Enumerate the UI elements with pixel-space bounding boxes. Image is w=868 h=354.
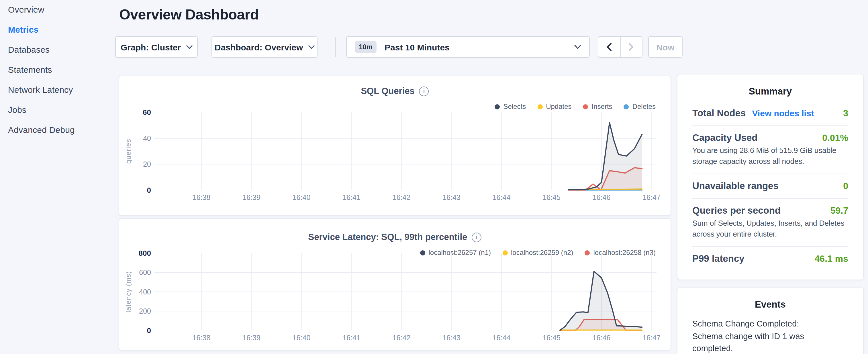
x-tick-label: 16:43 (442, 334, 461, 342)
x-tick-label: 16:40 (292, 193, 311, 201)
summary-item-label: Capacity Used (692, 132, 757, 143)
y-tick-label: 400 (139, 288, 151, 296)
x-tick-label: 16:43 (442, 193, 461, 201)
chevron-left-icon (607, 43, 612, 51)
x-tick-label: 16:44 (493, 193, 510, 201)
x-tick-label: 16:41 (342, 334, 361, 342)
summary-item-label: Unavailable ranges (692, 181, 779, 191)
summary-item-value: 3 (843, 108, 848, 119)
y-tick-label: 0 (147, 186, 151, 194)
app-root: OverviewMetricsDatabasesStatementsNetwor… (0, 0, 868, 354)
events-panel: Events Schema Change Completed: Schema c… (677, 287, 864, 354)
x-tick-label: 16:46 (593, 334, 611, 342)
summary-item-description: Sum of Selects, Updates, Inserts, and De… (692, 218, 848, 239)
y-tick-label: 40 (143, 134, 151, 142)
sidebar-item-advanced-debug[interactable]: Advanced Debug (8, 124, 111, 136)
x-tick-label: 16:46 (593, 193, 611, 201)
controls-divider (335, 37, 336, 57)
sidebar-item-statements[interactable]: Statements (8, 64, 111, 75)
sidebar-item-databases[interactable]: Databases (8, 43, 111, 56)
x-tick-label: 16:47 (643, 334, 660, 342)
service-latency-chart-card: Service Latency: SQL, 99th percentile i … (119, 218, 671, 351)
x-tick-label: 16:39 (242, 334, 260, 342)
event-message: Schema Change Completed: Schema change w… (692, 318, 828, 354)
summary-item: Capacity Used0.01%You are using 28.6 MiB… (692, 126, 848, 174)
time-range-badge: 10m (355, 41, 376, 53)
dashboard-dropdown[interactable]: Dashboard: Overview (212, 36, 317, 58)
y-axis-unit-label: latency (ms) (124, 271, 132, 313)
chevron-right-icon (629, 43, 634, 51)
x-tick-label: 16:42 (393, 193, 411, 201)
x-tick-label: 16:44 (493, 334, 510, 342)
y-tick-label: 600 (139, 268, 151, 277)
summary-item-value: 0 (843, 181, 848, 191)
sql-queries-plot: 020406016:3816:3916:4016:4116:4216:4316:… (119, 76, 672, 217)
y-axis-unit-label: queries (124, 139, 132, 164)
time-step-buttons (598, 36, 643, 58)
sidebar-item-network-latency[interactable]: Network Latency (8, 84, 111, 96)
now-button[interactable]: Now (648, 36, 683, 58)
time-range-selector[interactable]: 10m Past 10 Minutes (346, 36, 590, 58)
summary-item: Total NodesView nodes list3 (692, 101, 848, 126)
y-tick-label: 20 (143, 160, 151, 168)
summary-item-value: 59.7 (831, 206, 848, 216)
y-tick-label: 200 (139, 307, 151, 315)
prev-interval-button[interactable] (598, 37, 620, 57)
summary-item-label: Total Nodes (692, 108, 746, 119)
summary-item: Unavailable ranges0 (692, 174, 848, 199)
y-tick-label: 800 (139, 249, 151, 257)
summary-item-value: 0.01% (822, 133, 848, 143)
x-tick-label: 16:42 (393, 334, 411, 342)
summary-item-value: 46.1 ms (815, 254, 848, 264)
x-tick-label: 16:45 (542, 193, 560, 201)
chevron-down-icon (574, 45, 581, 49)
series-area-localhost-26257-n1- (560, 271, 642, 330)
now-button-label: Now (656, 42, 674, 52)
sql-queries-chart-card: SQL Queries i SelectsUpdatesInsertsDelet… (119, 75, 671, 216)
view-nodes-list-link[interactable]: View nodes list (752, 108, 814, 118)
sidebar-item-metrics[interactable]: Metrics (8, 24, 111, 35)
summary-item-label: Queries per second (692, 205, 781, 216)
x-tick-label: 16:47 (643, 193, 660, 201)
x-tick-label: 16:41 (342, 193, 361, 201)
y-tick-label: 0 (147, 326, 151, 335)
y-tick-label: 60 (143, 108, 151, 117)
chevron-down-icon (308, 45, 314, 49)
time-range-label: Past 10 Minutes (384, 42, 450, 52)
next-interval-button[interactable] (620, 37, 642, 57)
sidebar-item-overview[interactable]: Overview (8, 3, 111, 15)
sidebar-nav: OverviewMetricsDatabasesStatementsNetwor… (8, 3, 111, 144)
page-title: Overview Dashboard (119, 6, 259, 23)
x-tick-label: 16:38 (192, 334, 211, 342)
x-tick-label: 16:38 (192, 193, 211, 201)
summary-title: Summary (692, 86, 848, 97)
summary-panel: Summary Total NodesView nodes list3Capac… (677, 74, 864, 280)
graph-dropdown-label: Graph: Cluster (121, 42, 181, 52)
summary-item-description: You are using 28.6 MiB of 515.9 GiB usab… (692, 146, 848, 167)
summary-item-label: P99 latency (692, 253, 744, 264)
x-tick-label: 16:45 (542, 334, 560, 342)
chevron-down-icon (186, 45, 192, 49)
graph-dropdown[interactable]: Graph: Cluster (115, 36, 198, 58)
x-tick-label: 16:40 (292, 334, 311, 342)
dashboard-dropdown-label: Dashboard: Overview (215, 42, 303, 52)
summary-item: P99 latency46.1 ms (692, 247, 848, 271)
summary-item: Queries per second59.7Sum of Selects, Up… (692, 199, 848, 247)
sidebar-item-jobs[interactable]: Jobs (8, 104, 111, 116)
service-latency-plot: 020040060080016:3816:3916:4016:4116:4216… (119, 219, 672, 351)
events-title: Events (692, 299, 848, 310)
x-tick-label: 16:39 (242, 193, 260, 201)
